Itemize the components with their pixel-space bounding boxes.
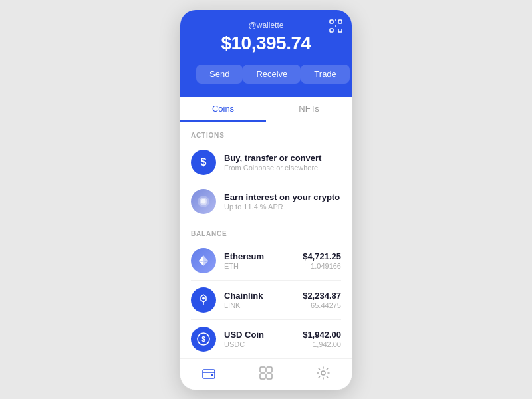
username: @wallette	[191, 21, 341, 30]
link-name: Chainlink	[224, 291, 303, 301]
svg-rect-24	[267, 367, 272, 372]
svg-rect-25	[260, 374, 265, 379]
svg-text:$: $	[201, 336, 205, 343]
ethereum-item[interactable]: Ethereum ETH $4,721.25 1.049166	[180, 241, 352, 280]
tabs-bar: Coins NFTs	[180, 97, 352, 122]
trade-button[interactable]: Trade	[301, 65, 349, 84]
content-area: ACTIONS $ Buy, transfer or convert From …	[180, 122, 352, 358]
chainlink-icon	[191, 287, 216, 313]
link-units: 65.44275	[303, 301, 341, 309]
svg-rect-26	[267, 374, 272, 379]
tab-coins[interactable]: Coins	[180, 97, 266, 122]
eth-value: $4,721.25	[303, 251, 341, 261]
earn-interest-icon	[191, 189, 216, 214]
phone-frame: @wallette $10,395.74 Send Receive Trade …	[180, 9, 352, 390]
buy-transfer-icon: $	[191, 150, 216, 175]
usdc-item[interactable]: $ USD Coin USDC $1,942.00 1,942.00	[180, 320, 352, 358]
svg-rect-0	[330, 20, 333, 23]
usdc-value: $1,942.00	[303, 330, 341, 340]
svg-point-10	[201, 199, 206, 203]
eth-symbol: ETH	[224, 262, 303, 270]
link-value: $2,234.87	[303, 291, 341, 301]
eth-units: 1.049166	[303, 262, 341, 270]
nav-wallet[interactable]	[201, 366, 216, 380]
svg-marker-13	[203, 261, 208, 266]
tab-nfts[interactable]: NFTs	[266, 97, 352, 122]
svg-rect-1	[338, 20, 342, 23]
nav-grid[interactable]	[259, 366, 273, 380]
earn-interest-item[interactable]: Earn interest on your crypto Up to 11.4 …	[180, 182, 352, 221]
link-symbol: LINK	[224, 301, 303, 309]
earn-interest-title: Earn interest on your crypto	[224, 192, 341, 202]
action-buttons-row: Send Receive Trade	[191, 65, 341, 84]
send-button[interactable]: Send	[196, 65, 243, 84]
svg-marker-11	[203, 255, 208, 262]
bottom-nav	[180, 358, 352, 390]
eth-name: Ethereum	[224, 251, 303, 261]
svg-point-27	[321, 371, 325, 375]
earn-interest-subtitle: Up to 11.4 % APR	[224, 203, 341, 211]
usdc-units: 1,942.00	[303, 340, 341, 348]
svg-marker-14	[199, 261, 203, 266]
svg-rect-23	[260, 367, 265, 372]
usdc-symbol: USDC	[224, 340, 303, 348]
buy-transfer-subtitle: From Coinbase or elsewhere	[224, 164, 341, 172]
scan-icon[interactable]	[329, 19, 342, 36]
ethereum-icon	[191, 248, 216, 273]
nav-settings[interactable]	[316, 366, 331, 380]
usdc-name: USD Coin	[224, 330, 303, 340]
balance-amount: $10,395.74	[191, 33, 341, 54]
svg-rect-22	[211, 374, 213, 376]
svg-marker-12	[199, 255, 203, 262]
svg-rect-2	[330, 29, 333, 32]
receive-button[interactable]: Receive	[243, 65, 301, 84]
actions-section-label: ACTIONS	[180, 122, 352, 143]
buy-transfer-title: Buy, transfer or convert	[224, 153, 341, 163]
chainlink-item[interactable]: Chainlink LINK $2,234.87 65.44275	[180, 281, 352, 319]
header: @wallette $10,395.74 Send Receive Trade	[180, 10, 352, 97]
buy-transfer-item[interactable]: $ Buy, transfer or convert From Coinbase…	[180, 143, 352, 182]
balance-section-label: BALANCE	[180, 221, 352, 241]
usdc-icon: $	[191, 327, 216, 352]
svg-point-18	[202, 297, 205, 299]
